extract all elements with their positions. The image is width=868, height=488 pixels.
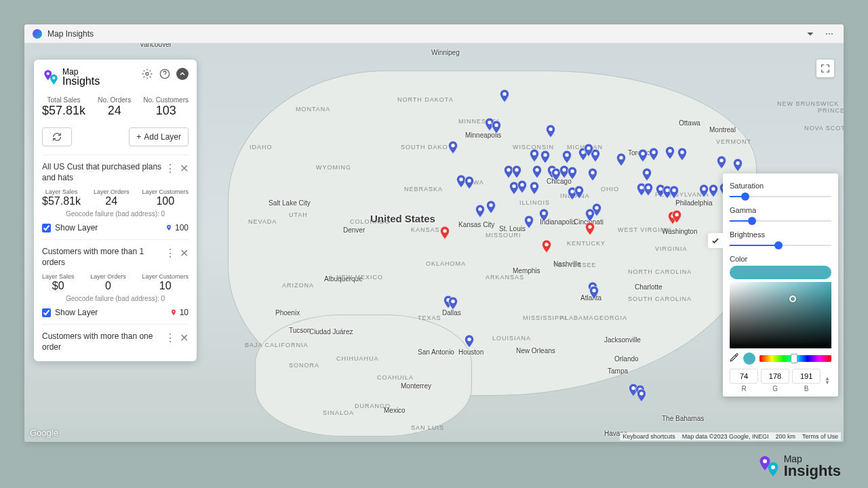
- layer-close-icon[interactable]: ✕: [180, 247, 189, 260]
- svg-point-0: [502, 92, 506, 96]
- add-layer-button[interactable]: + Add Layer: [129, 127, 189, 146]
- map-pin[interactable]: [464, 176, 475, 190]
- state-label: NEW BRUNSWICK: [777, 100, 840, 107]
- map-pin[interactable]: [448, 141, 458, 155]
- state-label: SOUTH CAROLINA: [628, 296, 692, 302]
- fullscreen-button[interactable]: [816, 60, 834, 77]
- color-mode-toggle[interactable]: ▲▼: [823, 369, 831, 392]
- svg-point-69: [173, 311, 174, 312]
- state-label: BAJA CALIFORNIA: [245, 342, 309, 348]
- state-label: LOUISIANA: [492, 335, 531, 342]
- refresh-button[interactable]: [42, 127, 72, 146]
- map-pin[interactable]: [716, 156, 727, 169]
- map-pin[interactable]: [475, 205, 486, 218]
- map-pin[interactable]: [499, 89, 510, 103]
- gamma-slider[interactable]: [730, 217, 831, 225]
- state-label: NEVADA: [248, 218, 277, 225]
- map-pin[interactable]: [538, 209, 549, 222]
- map-pin[interactable]: [541, 240, 552, 253]
- map-pin[interactable]: [491, 121, 502, 134]
- layer-close-icon[interactable]: ✕: [180, 331, 189, 344]
- gear-icon[interactable]: [141, 68, 153, 80]
- map-pin[interactable]: [540, 150, 551, 164]
- map-pin[interactable]: [567, 167, 578, 180]
- city-label: Orlando: [614, 355, 639, 363]
- layer-menu-icon[interactable]: ⋮: [165, 247, 176, 260]
- brightness-slider[interactable]: [730, 241, 831, 249]
- state-label: NOVA SCOTIA: [804, 125, 844, 131]
- map-pin[interactable]: [637, 149, 648, 163]
- city-label: Montreal: [709, 126, 736, 134]
- svg-point-12: [652, 150, 655, 154]
- map-pin[interactable]: [616, 153, 627, 167]
- map-pin[interactable]: [439, 226, 450, 240]
- g-input[interactable]: [761, 369, 789, 384]
- svg-point-70: [763, 460, 767, 464]
- city-label: Winnipeg: [431, 49, 460, 56]
- map-pin[interactable]: [561, 150, 572, 164]
- svg-point-27: [736, 161, 739, 165]
- b-input[interactable]: [792, 369, 821, 384]
- map-pin[interactable]: [671, 210, 682, 224]
- eyedropper-icon[interactable]: [730, 352, 739, 365]
- map-pin[interactable]: [545, 125, 556, 138]
- saturation-slider[interactable]: [730, 192, 831, 201]
- pin-icon[interactable]: ⏷: [804, 28, 816, 40]
- layer-menu-icon[interactable]: ⋮: [165, 331, 176, 344]
- map-pin[interactable]: [642, 168, 652, 182]
- more-icon[interactable]: ⋯: [823, 28, 835, 40]
- state-label: SINALOA: [323, 409, 354, 416]
- sv-picker[interactable]: [730, 282, 831, 348]
- map-pin[interactable]: [486, 201, 496, 214]
- state-label: MISSOURI: [486, 232, 521, 239]
- map-pin[interactable]: [517, 180, 528, 194]
- map-pin[interactable]: [587, 168, 598, 182]
- show-layer-toggle[interactable]: Show Layer: [42, 223, 98, 232]
- help-icon[interactable]: [159, 68, 171, 80]
- map-pin[interactable]: [464, 335, 475, 348]
- hue-slider[interactable]: [760, 355, 831, 362]
- map-pin[interactable]: [648, 148, 659, 161]
- map-pin[interactable]: [448, 297, 458, 310]
- map-pin[interactable]: [585, 222, 595, 236]
- logo-icon: [42, 68, 60, 86]
- map-pin[interactable]: [677, 148, 688, 161]
- map-pin[interactable]: [529, 182, 540, 195]
- show-layer-toggle[interactable]: Show Layer: [42, 308, 98, 317]
- layer-menu-icon[interactable]: ⋮: [165, 162, 176, 175]
- map-pin[interactable]: [511, 165, 522, 179]
- layer-close-icon[interactable]: ✕: [180, 162, 189, 175]
- svg-point-48: [595, 206, 598, 209]
- map-pin[interactable]: [529, 149, 540, 163]
- svg-point-42: [520, 183, 524, 186]
- map-pin[interactable]: [583, 144, 594, 157]
- svg-point-21: [554, 171, 557, 174]
- map-pin[interactable]: [708, 184, 719, 198]
- state-label: GEORGIA: [594, 314, 627, 321]
- svg-point-38: [646, 186, 650, 189]
- city-label: Denver: [343, 226, 365, 234]
- map-pin[interactable]: [643, 183, 654, 197]
- svg-point-13: [668, 149, 671, 152]
- map-canvas[interactable]: United States WinnipegVancouverOttawaMon…: [24, 43, 844, 442]
- map-pin[interactable]: [524, 216, 534, 229]
- refresh-icon: [52, 132, 62, 142]
- svg-point-66: [146, 73, 149, 75]
- city-label: Houston: [458, 348, 484, 356]
- saturation-label: Saturation: [730, 182, 831, 190]
- geocode-status: Geocode failure (bad address): 0: [42, 210, 189, 218]
- map-pin[interactable]: [585, 209, 595, 222]
- svg-point-47: [527, 218, 530, 222]
- map-pin[interactable]: [532, 165, 542, 179]
- collapse-icon[interactable]: [176, 68, 189, 80]
- map-pin[interactable]: [732, 159, 743, 172]
- svg-point-44: [542, 211, 545, 215]
- apply-check-button[interactable]: [708, 233, 723, 248]
- svg-point-18: [515, 168, 518, 171]
- map-pin[interactable]: [636, 389, 647, 403]
- map-pin[interactable]: [665, 146, 675, 160]
- map-pin[interactable]: [574, 186, 585, 199]
- map-pin[interactable]: [669, 186, 679, 199]
- r-input[interactable]: [730, 369, 758, 384]
- map-pin[interactable]: [589, 286, 599, 300]
